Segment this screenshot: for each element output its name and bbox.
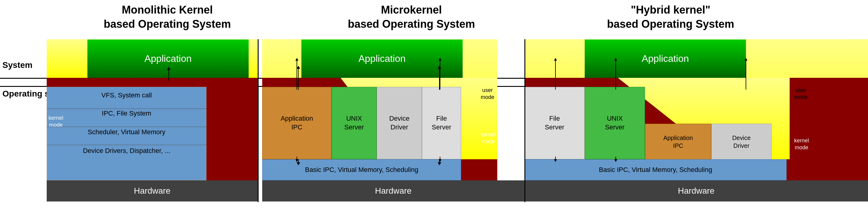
hybrid-file-label: FileServer: [545, 114, 564, 132]
micro-arrow-file-up: [438, 58, 441, 90]
hybrid-kernel-mode-label: kernelmode: [794, 137, 809, 151]
hybrid-ipc-box: ApplicationIPC: [645, 124, 711, 160]
mono-arrow-up: [167, 67, 170, 81]
micro-unix-box: UNIXServer: [332, 87, 377, 159]
micro-arrow-ipc-up: [296, 58, 299, 90]
micro-ipc-box: ApplicationIPC: [262, 87, 332, 159]
vsep-1: [258, 39, 258, 202]
mono-scheduler-label: Scheduler, Virtual Memory: [47, 128, 207, 136]
hybrid-basic-ipc-box: Basic IPC, Virtual Memory, Scheduling: [524, 159, 786, 181]
micro-kernel-mode-label: kernelmode: [481, 131, 495, 145]
hybrid-arrow-right-up: [744, 58, 747, 90]
micro-device-box: DeviceDriver: [377, 87, 422, 159]
page-container: Monolithic Kernelbased Operating System …: [0, 0, 868, 222]
hybrid-file-box: FileServer: [524, 87, 585, 159]
micro-user-mode-label: usermode: [481, 87, 494, 101]
mono-divider-1: [47, 109, 207, 109]
micro-arrow-ipc-down: [296, 157, 299, 162]
mono-divider-3: [47, 145, 207, 145]
hybrid-ipc-label: ApplicationIPC: [663, 134, 693, 149]
vsep-2: [524, 39, 525, 202]
hybrid-application-box: Application: [585, 39, 746, 78]
micro-arrow-file-down: [438, 157, 441, 162]
micro-ipc-label: ApplicationIPC: [281, 114, 313, 132]
hybrid-arrow-unix-up: [614, 58, 617, 90]
hybrid-arrow-file-down: [554, 157, 557, 162]
hybrid-application-label: Application: [642, 53, 689, 64]
micro-file-box: FileServer: [422, 87, 461, 159]
hybrid-device-box: DeviceDriver: [711, 124, 772, 160]
micro-basic-ipc-label: Basic IPC, Virtual Memory, Scheduling: [305, 166, 418, 174]
mono-kernel-mode-label: kernelmode: [48, 115, 64, 129]
hybrid-user-mode-label: usermode: [794, 87, 808, 101]
micro-file-label: FileServer: [432, 114, 452, 132]
hybrid-arrow-file-up: [554, 58, 557, 90]
micro-hardware-box: Hardware: [262, 181, 524, 201]
hybrid-unix-label: UNIXServer: [605, 114, 625, 132]
micro-application-label: Application: [358, 53, 406, 64]
micro-unix-label: UNIXServer: [344, 114, 364, 132]
mono-ipc-label: IPC, File System: [47, 110, 207, 117]
system-label: System: [0, 60, 33, 70]
hybrid-basic-ipc-label: Basic IPC, Virtual Memory, Scheduling: [599, 166, 712, 174]
mono-divider-2: [47, 127, 207, 127]
title-hybrid: "Hybrid kernel"based Operating System: [591, 3, 750, 31]
hybrid-unix-box: UNIXServer: [585, 87, 645, 159]
hybrid-hardware-box: Hardware: [524, 181, 868, 201]
mono-application-label: Application: [144, 53, 192, 64]
mono-device-drivers-label: Device Drivers, Dispatcher, ...: [47, 147, 207, 155]
hybrid-hardware-label: Hardware: [678, 186, 714, 196]
title-microkernel: Microkernelbased Operating System: [332, 3, 491, 31]
mono-vfs-label: VFS, System call: [47, 91, 207, 99]
hybrid-device-label: DeviceDriver: [732, 134, 750, 149]
micro-device-label: DeviceDriver: [389, 114, 409, 132]
title-monolithic: Monolithic Kernelbased Operating System: [87, 3, 247, 31]
mono-hardware-label: Hardware: [134, 186, 170, 196]
micro-hardware-label: Hardware: [375, 186, 411, 196]
mono-hardware-box: Hardware: [47, 181, 258, 201]
hybrid-arrow-unix-down: [614, 157, 617, 162]
micro-basic-ipc-box: Basic IPC, Virtual Memory, Scheduling: [262, 159, 461, 181]
